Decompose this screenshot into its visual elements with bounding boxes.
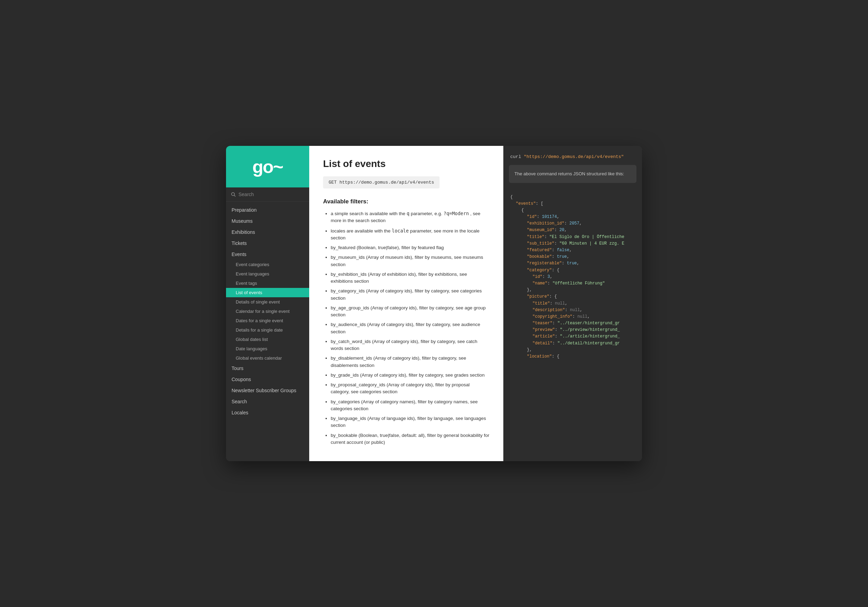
filter-item: by_category_ids (Array of category ids),… — [331, 288, 490, 302]
filter-item: by_grade_ids (Array of category ids), fi… — [331, 372, 490, 379]
search-label: Search — [239, 192, 254, 197]
filter-item: by_museum_ids (Array of museum ids), fil… — [331, 254, 490, 268]
sidebar-item-search[interactable]: Search — [226, 396, 309, 407]
json-line: { — [510, 194, 635, 201]
json-line: "teaser": "../teaser/hintergrund_gr — [510, 320, 635, 327]
endpoint-box: GET https://demo.gomus.de/api/v4/events — [323, 177, 440, 189]
json-block: {"events": [{"id": 101174,"exhibition_id… — [503, 189, 642, 366]
app-window: go~ Search PreparationMuseumsExhibitions… — [226, 146, 642, 461]
sidebar-item-details-for-a-single-date[interactable]: Details for a single date — [226, 325, 309, 335]
json-line: "id": 3, — [510, 274, 635, 280]
json-line: "detail": "../detail/hintergrund_gr — [510, 340, 635, 347]
main-area: List of events GET https://demo.gomus.de… — [309, 146, 642, 461]
sidebar-item-exhibitions[interactable]: Exhibitions — [226, 227, 309, 238]
json-line: "description": null, — [510, 307, 635, 314]
json-line: "location": { — [510, 353, 635, 360]
filter-item: by_bookable (Boolean, true|false, defaul… — [331, 432, 490, 446]
sidebar-item-date-languages[interactable]: Date languages — [226, 344, 309, 353]
sidebar-item-global-events-calendar[interactable]: Global events calendar — [226, 353, 309, 363]
sidebar-item-coupons[interactable]: Coupons — [226, 374, 309, 385]
json-line: "exhibition_id": 2057, — [510, 220, 635, 227]
sidebar-item-calendar-for-a-single-event[interactable]: Calendar for a single event — [226, 307, 309, 316]
json-line: }, — [510, 347, 635, 353]
filters-title: Available filters: — [323, 198, 490, 205]
json-line: "title": null, — [510, 300, 635, 307]
json-line: "sub_title": "60 Minuten | 4 EUR zzg. E — [510, 240, 635, 247]
sidebar-item-global-dates-list[interactable]: Global dates list — [226, 335, 309, 344]
sidebar-item-event-tags[interactable]: Event tags — [226, 279, 309, 288]
json-line: "id": 101174, — [510, 214, 635, 220]
sidebar-item-locales[interactable]: Locales — [226, 407, 309, 418]
filter-item: by_audience_ids (Array of category ids),… — [331, 321, 490, 335]
json-line: "preview": "../preview/hintergrund_ — [510, 327, 635, 333]
json-line: "registerable": true, — [510, 260, 635, 267]
sidebar-item-tickets[interactable]: Tickets — [226, 238, 309, 249]
json-line: "name": "öffentliche Führung" — [510, 280, 635, 287]
json-line: "copyright_info": null, — [510, 314, 635, 320]
json-line: }, — [510, 287, 635, 293]
json-line: "bookable": true, — [510, 254, 635, 260]
sidebar-item-list-of-events[interactable]: List of events — [226, 288, 309, 297]
sidebar-item-tours[interactable]: Tours — [226, 363, 309, 374]
json-line: "title": "El Siglo de Oro | Öffentliche — [510, 234, 635, 240]
filter-item: by_age_group_ids (Array of category ids)… — [331, 305, 490, 319]
sidebar-item-event-languages[interactable]: Event languages — [226, 269, 309, 279]
sidebar-item-preparation[interactable]: Preparation — [226, 204, 309, 215]
filter-item: by_disablement_ids (Array of category id… — [331, 355, 490, 369]
sidebar-item-dates-for-a-single-event[interactable]: Dates for a single event — [226, 316, 309, 325]
search-section[interactable]: Search — [226, 187, 309, 202]
filter-item: by_categories (Array of category names),… — [331, 398, 490, 413]
filter-item: by_catch_word_ids (Array of category ids… — [331, 338, 490, 352]
svg-point-0 — [232, 193, 235, 196]
sidebar-item-events[interactable]: Events — [226, 249, 309, 260]
curl-command: curl "https://demo.gomus.de/api/v4/event… — [503, 146, 642, 165]
svg-line-1 — [234, 195, 236, 197]
sidebar: go~ Search PreparationMuseumsExhibitions… — [226, 146, 309, 461]
sidebar-navigation: PreparationMuseumsExhibitionsTicketsEven… — [226, 202, 309, 461]
search-icon — [231, 192, 236, 197]
json-line: "museum_id": 20, — [510, 227, 635, 234]
page-title: List of events — [323, 158, 490, 169]
doc-panel: List of events GET https://demo.gomus.de… — [309, 146, 503, 461]
filter-item: by_proposal_category_ids (Array of categ… — [331, 381, 490, 396]
sidebar-item-newsletter-subscriber-groups[interactable]: Newsletter Subscriber Groups — [226, 385, 309, 396]
filter-item: by_exhibition_ids (Array of exhibition i… — [331, 271, 490, 285]
json-line: { — [510, 207, 635, 214]
filter-item: locales are available with the locale pa… — [331, 227, 490, 242]
curl-keyword: curl — [510, 154, 524, 159]
filter-item: a simple search is available with the q … — [331, 210, 490, 225]
sidebar-item-event-categories[interactable]: Event categories — [226, 260, 309, 269]
json-line: "events": [ — [510, 201, 635, 207]
logo: go~ — [226, 146, 309, 187]
json-line: "featured": false, — [510, 247, 635, 254]
filter-item: by_language_ids (Array of language ids),… — [331, 415, 490, 429]
filters-list: a simple search is available with the q … — [323, 210, 490, 446]
code-panel: curl "https://demo.gomus.de/api/v4/event… — [503, 146, 642, 461]
curl-url: "https://demo.gomus.de/api/v4/events" — [524, 154, 624, 159]
sidebar-item-museums[interactable]: Museums — [226, 215, 309, 227]
sidebar-item-details-of-single-event[interactable]: Details of single event — [226, 297, 309, 307]
json-line: "article": "../article/hintergrund_ — [510, 333, 635, 340]
json-line: "category": { — [510, 267, 635, 274]
filter-item: by_featured (Boolean, true|false), filte… — [331, 244, 490, 251]
logo-text: go~ — [253, 156, 283, 177]
note-box: The above command returns JSON structure… — [509, 165, 636, 183]
json-line: "picture": { — [510, 293, 635, 300]
